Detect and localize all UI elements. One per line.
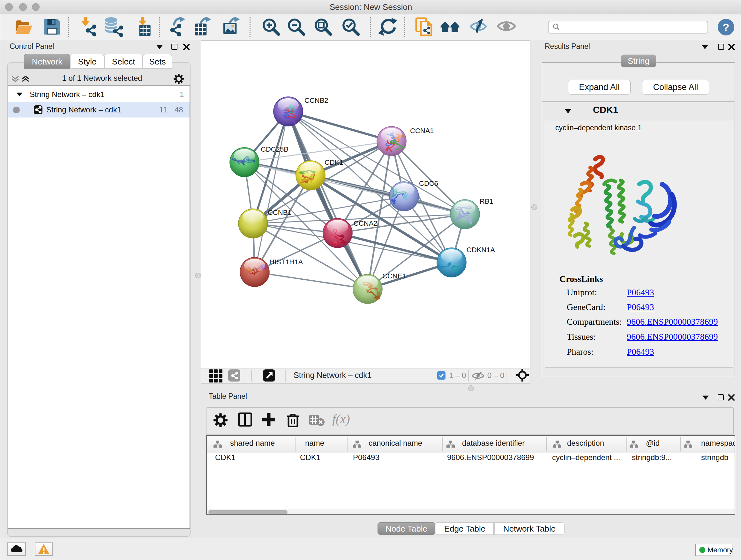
svg-text:CCNA2: CCNA2 [354, 219, 378, 227]
svg-text:HIST1H1A: HIST1H1A [269, 258, 303, 266]
svg-text:CDC25B: CDC25B [261, 145, 288, 153]
svg-text:CCNB2: CCNB2 [305, 97, 328, 105]
svg-text:CCNB1: CCNB1 [268, 208, 292, 216]
svg-text:CCNA1: CCNA1 [410, 127, 434, 135]
svg-text:CCNE1: CCNE1 [382, 272, 406, 280]
svg-text:CDKN1A: CDKN1A [467, 246, 495, 254]
svg-text:RB1: RB1 [480, 197, 493, 205]
svg-text:CDK1: CDK1 [325, 159, 343, 166]
svg-text:CDC6: CDC6 [419, 179, 438, 187]
